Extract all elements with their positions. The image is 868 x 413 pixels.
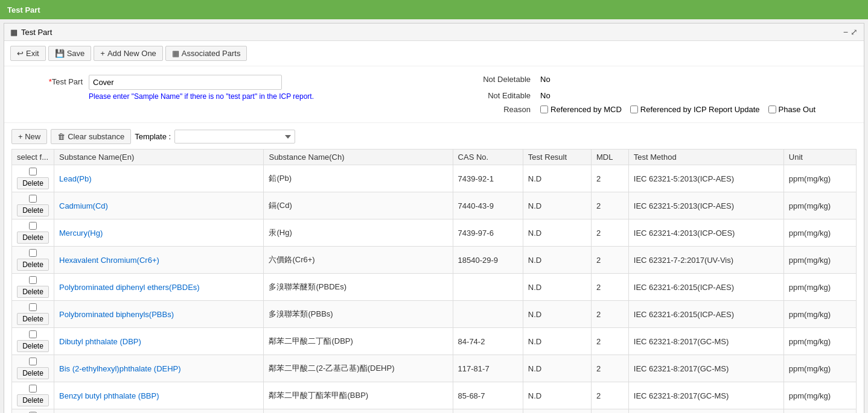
delete-button-1[interactable]: Delete — [17, 204, 49, 216]
col-name-ch: Substance Name(Ch) — [264, 150, 453, 165]
name-ch-cell: 多溴聯苯醚類(PBDEs) — [264, 274, 453, 301]
name-ch-cell: 汞(Hg) — [264, 219, 453, 247]
unit-cell: ppm(mg/kg) — [783, 328, 856, 355]
row-checkbox-8[interactable] — [29, 385, 37, 393]
delete-cell: Delete — [12, 274, 54, 301]
row-checkbox-6[interactable] — [29, 330, 37, 338]
associated-parts-button[interactable]: ▦ Associated Parts — [165, 46, 247, 61]
phase-out-checkbox[interactable] — [768, 106, 776, 113]
row-checkbox-1[interactable] — [29, 195, 37, 203]
name-en-link-1[interactable]: Cadmium(Cd) — [59, 201, 108, 210]
table-row: Delete Benzyl butyl phthalate (BBP) 鄰苯二甲… — [12, 382, 857, 409]
method-cell: IEC 62321-8:2017(GC-MS) — [628, 382, 783, 409]
maximize-button[interactable]: ⤢ — [850, 27, 858, 37]
not-deletable-label: Not Deletable — [470, 75, 531, 84]
name-en-link-5[interactable]: Polybrominated biphenyls(PBBs) — [59, 310, 174, 319]
row-checkbox-2[interactable] — [29, 222, 37, 230]
name-en-cell: Benzyl butyl phthalate (BBP) — [54, 382, 264, 409]
cas-cell — [453, 301, 523, 328]
cas-cell: 85-68-7 — [453, 382, 523, 409]
delete-button-6[interactable]: Delete — [17, 340, 49, 352]
not-editable-row: Not Editable No — [470, 91, 815, 100]
test-result-cell: N.D — [523, 219, 591, 247]
row-checkbox-7[interactable] — [29, 358, 37, 365]
icp-checkbox[interactable] — [630, 106, 638, 113]
not-deletable-row: Not Deletable No — [470, 75, 815, 84]
minimize-button[interactable]: − — [843, 27, 848, 37]
mcd-checkbox[interactable] — [540, 106, 548, 113]
main-window: ▦ Test Part − ⤢ ↩ Exit 💾 Save + Add New … — [4, 23, 864, 413]
delete-button-8[interactable]: Delete — [17, 394, 49, 406]
delete-button-0[interactable]: Delete — [17, 177, 49, 189]
delete-cell: Delete — [12, 301, 54, 328]
title-bar-text: Test Part — [7, 5, 40, 14]
mdl-cell: 2 — [591, 328, 628, 355]
method-cell: IEC 62321-4:2013(ICP-OES) — [628, 219, 783, 247]
mdl-cell: 2 — [591, 274, 628, 301]
exit-button[interactable]: ↩ Exit — [10, 46, 46, 61]
name-en-link-0[interactable]: Lead(Pb) — [59, 174, 91, 183]
method-cell: IEC 62321-5:2013(ICP-AES) — [628, 165, 783, 192]
col-name-en: Substance Name(En) — [54, 150, 264, 165]
name-en-link-7[interactable]: Bis (2-ethylhexyl)phthalate (DEHP) — [59, 364, 181, 373]
test-result-cell: N.D — [523, 409, 591, 414]
delete-button-2[interactable]: Delete — [17, 232, 49, 244]
mdl-cell: 2 — [591, 219, 628, 247]
delete-cell: Delete — [12, 382, 54, 409]
name-en-link-6[interactable]: Dibutyl phthalate (DBP) — [59, 337, 141, 346]
reason-label: Reason — [470, 105, 531, 114]
cas-cell: 7439-97-6 — [453, 219, 523, 247]
window-title: Test Part — [21, 28, 52, 37]
name-ch-cell: 鄰苯二甲酸二異丁酯(DIBP) — [264, 409, 453, 414]
delete-button-3[interactable]: Delete — [17, 259, 49, 271]
mdl-cell: 2 — [591, 247, 628, 274]
save-button[interactable]: 💾 Save — [48, 46, 92, 61]
name-ch-cell: 鄰苯二甲酸二丁酯(DBP) — [264, 328, 453, 355]
icp-checkbox-item: Referenced by ICP Report Update — [630, 105, 760, 114]
test-result-cell: N.D — [523, 165, 591, 192]
delete-button-7[interactable]: Delete — [17, 367, 49, 379]
row-checkbox-5[interactable] — [29, 303, 37, 311]
delete-button-4[interactable]: Delete — [17, 286, 49, 298]
name-ch-cell: 鉛(Pb) — [264, 165, 453, 192]
template-select[interactable] — [174, 130, 295, 143]
name-en-link-2[interactable]: Mercury(Hg) — [59, 229, 103, 238]
row-checkbox-0[interactable] — [29, 168, 37, 175]
unit-cell: ppm(mg/kg) — [783, 219, 856, 247]
unit-cell: ppm(mg/kg) — [783, 355, 856, 382]
new-substance-button[interactable]: + New — [11, 129, 47, 144]
name-en-cell: Hexavalent Chromium(Cr6+) — [54, 247, 264, 274]
window-header-left: ▦ Test Part — [10, 28, 52, 37]
test-result-cell: N.D — [523, 192, 591, 219]
name-ch-cell: 鄰苯二甲酸丁酯苯甲酯(BBP) — [264, 382, 453, 409]
toolbar: ↩ Exit 💾 Save + Add New One ▦ Associated… — [4, 41, 864, 66]
title-bar: Test Part — [0, 0, 868, 19]
associated-parts-icon: ▦ — [172, 49, 179, 58]
mdl-cell: 2 — [591, 301, 628, 328]
delete-button-5[interactable]: Delete — [17, 313, 49, 325]
name-en-link-8[interactable]: Benzyl butyl phthalate (BBP) — [59, 391, 159, 400]
name-en-cell: Polybrominated biphenyls(PBBs) — [54, 301, 264, 328]
test-part-input[interactable] — [89, 75, 282, 90]
col-method: Test Method — [628, 150, 783, 165]
name-en-cell: Lead(Pb) — [54, 165, 264, 192]
col-test-result: Test Result — [523, 150, 591, 165]
name-en-link-3[interactable]: Hexavalent Chromium(Cr6+) — [59, 256, 159, 265]
delete-cell: Delete — [12, 409, 54, 414]
table-row: Delete Hexavalent Chromium(Cr6+) 六價鉻(Cr6… — [12, 247, 857, 274]
delete-cell: Delete — [12, 219, 54, 247]
template-label: Template : — [135, 132, 171, 141]
delete-cell: Delete — [12, 192, 54, 219]
trash-icon: 🗑 — [57, 132, 65, 141]
table-row: Delete Mercury(Hg) 汞(Hg) 7439-97-6 N.D 2… — [12, 219, 857, 247]
method-cell: IEC 62321-6:2015(ICP-AES) — [628, 274, 783, 301]
add-new-button[interactable]: + Add New One — [94, 46, 163, 61]
save-icon: 💾 — [55, 49, 65, 58]
name-en-link-4[interactable]: Polybrominated diphenyl ethers(PBDEs) — [59, 283, 200, 292]
substance-area: + New 🗑 Clear substance Template : selec… — [4, 123, 864, 413]
cas-cell: 84-69-5 — [453, 409, 523, 414]
clear-substance-button[interactable]: 🗑 Clear substance — [51, 129, 131, 144]
row-checkbox-3[interactable] — [29, 249, 37, 257]
test-result-cell: N.D — [523, 355, 591, 382]
row-checkbox-4[interactable] — [29, 276, 37, 284]
